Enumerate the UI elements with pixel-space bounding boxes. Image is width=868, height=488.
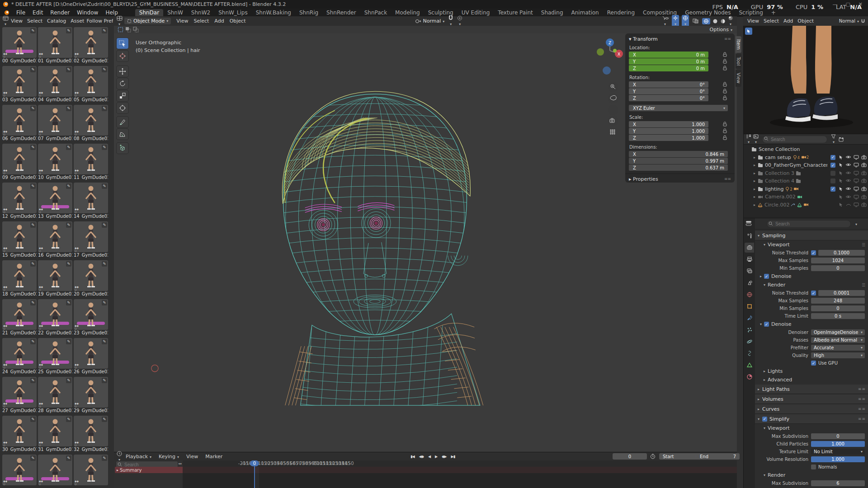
edit-asset-icon[interactable]: ✎ [30, 378, 36, 383]
asset-menu-catalog[interactable]: Catalog [45, 18, 68, 24]
orthographic-toggle-button[interactable] [608, 116, 618, 126]
subpanel-header-render[interactable]: ▾Render☰ [755, 281, 868, 289]
filter-icon[interactable] [854, 221, 857, 227]
lock-icon[interactable] [723, 82, 727, 87]
asset-item[interactable]: ✎ ◆◆◇ [74, 455, 108, 488]
viewport-menu-select[interactable]: Select [191, 18, 212, 24]
value-field[interactable]: 0.1000 [818, 250, 865, 256]
shading-solid-button[interactable] [712, 19, 718, 24]
asset-item[interactable]: ✎ ◆◆◇ 24_GymDude01... [2, 338, 37, 375]
jump-start-button[interactable]: ▮◀ [409, 455, 416, 459]
pointer-toggle-icon[interactable] [837, 187, 844, 192]
asset-item[interactable]: ✎ ◆◆◇ 01_GymDude01... [38, 27, 72, 64]
property-row-quality[interactable]: QualityHigh [755, 352, 868, 359]
subpanel-header-lights[interactable]: ▸Lights [755, 367, 868, 375]
lock-icon[interactable] [723, 52, 727, 57]
value-field[interactable]: No Limit [811, 449, 865, 455]
edit-asset-icon[interactable]: ✎ [102, 378, 107, 383]
lock-icon[interactable] [723, 128, 727, 133]
edit-asset-icon[interactable]: ✎ [30, 67, 36, 72]
select-set-mode[interactable] [118, 27, 123, 33]
asset-item[interactable]: ✎ ◆◆◇ 03_GymDude01... [2, 66, 37, 103]
tool-move[interactable] [117, 66, 128, 77]
expand-arrow-icon[interactable]: ▸ [752, 187, 757, 191]
frame-end-field[interactable]: End7 [696, 453, 740, 460]
monitor-toggle-icon[interactable] [852, 178, 860, 183]
asset-item[interactable]: ✎ ◆◆◇ 21_GymDude01... [2, 299, 37, 336]
property-row-noise-threshold[interactable]: Noise Threshold✓0.0001 [755, 290, 868, 296]
sidebar-tab-view[interactable]: View [736, 70, 741, 87]
current-frame-indicator[interactable]: 0 [250, 460, 259, 466]
lock-icon[interactable] [723, 59, 727, 64]
pointer-toggle-icon[interactable] [837, 155, 844, 160]
asset-item[interactable]: ✎ ◆◆◇ 32_GymDude01... [74, 416, 108, 453]
workspace-tab-shnrender[interactable]: ShnRender [322, 9, 360, 16]
workspace-tab-uv-editing[interactable]: UV Editing [458, 9, 494, 16]
edit-asset-icon[interactable]: ✎ [102, 222, 107, 228]
summary-channel[interactable]: ▸Summary [115, 467, 184, 473]
orientation-dropdown[interactable]: Normal [839, 19, 859, 23]
display-mode-icon[interactable] [753, 134, 759, 145]
asset-item[interactable]: ✎ ◆◆◇ 19_GymDude01... [38, 260, 72, 297]
viewport-menu-object[interactable]: Object [227, 18, 249, 24]
menu-help[interactable]: Help [102, 9, 121, 16]
edit-asset-icon[interactable]: ✎ [102, 145, 107, 150]
asset-item[interactable]: ✎ ◆◆◇ 20_GymDude01... [74, 260, 108, 297]
snap-magnet-icon[interactable] [861, 19, 865, 23]
filter-toggle-icon[interactable]: ↔ [178, 461, 182, 466]
workspace-tab-shnw2[interactable]: ShnW2 [187, 9, 214, 16]
outliner-search[interactable] [762, 136, 827, 143]
edit-asset-icon[interactable]: ✎ [66, 417, 71, 422]
edit-asset-icon[interactable]: ✎ [102, 261, 107, 267]
location-x-field[interactable]: X0 m [629, 52, 708, 58]
camera-viewport-canvas[interactable] [743, 26, 868, 134]
edit-asset-icon[interactable]: ✎ [66, 378, 71, 383]
workspace-tab-shnw-lips[interactable]: ShnW_Lips [214, 9, 252, 16]
timeline-keyframe-area[interactable] [183, 467, 737, 488]
panel-header-simplify[interactable]: ▾✓Simplify≡≡ [755, 414, 868, 424]
outliner-row[interactable]: ▸Collection 3 [745, 169, 868, 177]
property-row-texture-limit[interactable]: Texture LimitNo Limit [755, 448, 868, 455]
visibility-checkbox[interactable]: ✓ [829, 163, 837, 168]
camera-viewport-menu-select[interactable]: Select [761, 18, 781, 24]
edit-asset-icon[interactable]: ✎ [66, 67, 71, 72]
outliner-row[interactable]: ▸Camera.002 [745, 193, 868, 201]
edit-asset-icon[interactable]: ✎ [30, 339, 36, 344]
prev-keyframe-button[interactable]: ◀◆ [417, 455, 425, 459]
asset-item[interactable]: ✎ ◆◆◇ 05_GymDude01... [74, 66, 108, 103]
editor-type-icon[interactable] [3, 16, 9, 27]
location-y-field[interactable]: Y0 m [629, 58, 708, 65]
asset-item[interactable]: ✎ ◆◆◇ 29_GymDude01... [74, 377, 108, 414]
checkbox[interactable]: ✓ [811, 250, 816, 255]
shading-material-button[interactable] [720, 19, 726, 24]
workspace-tab-shnw[interactable]: ShnW [163, 9, 187, 16]
tool-annotate[interactable] [117, 117, 128, 127]
monitor-toggle-icon[interactable] [852, 171, 860, 176]
properties-search[interactable] [767, 220, 851, 228]
asset-item[interactable]: ✎ ◆◆◇ 16_GymDude01... [38, 221, 72, 258]
property-row-min-samples[interactable]: Min Samples0 [755, 265, 868, 272]
menu-file[interactable]: File [13, 9, 29, 16]
scale-z-field[interactable]: Z1.000 [629, 135, 708, 141]
edit-asset-icon[interactable]: ✎ [102, 67, 107, 72]
workspace-tab-texture-paint[interactable]: Texture Paint [494, 9, 537, 16]
active-tool-button[interactable] [745, 28, 752, 35]
value-field[interactable]: 1024 [811, 258, 865, 263]
eye-toggle-icon[interactable] [844, 155, 852, 160]
tool-cursor[interactable] [117, 51, 128, 61]
value-field[interactable]: 0 s [811, 313, 865, 319]
shading-wireframe-button[interactable] [702, 18, 710, 24]
workspace-tab-shading[interactable]: Shading [537, 9, 567, 16]
asset-item[interactable]: ✎ ◆◆◇ 18_GymDude01... [2, 260, 37, 297]
value-field[interactable]: Albedo and Normal [811, 337, 865, 343]
subpanel-header-viewport[interactable]: ▾Viewport☰ [755, 241, 868, 249]
edit-asset-icon[interactable]: ✎ [102, 300, 107, 305]
gizmos-toggle[interactable] [672, 15, 679, 27]
snap-magnet-icon[interactable] [448, 15, 453, 27]
asset-item[interactable]: ✎ ◆◆◇ [2, 455, 37, 488]
show-gizmo-dropdown[interactable] [662, 16, 669, 27]
property-row-use-gpu[interactable]: ✓Use GPU [755, 360, 868, 366]
viewport-canvas[interactable]: User Orthographic (0) Scene Collection |… [114, 33, 737, 452]
checkbox[interactable]: ✓ [811, 361, 816, 366]
property-row-volume-resolution[interactable]: Volume Resolution1.000 [755, 456, 868, 463]
